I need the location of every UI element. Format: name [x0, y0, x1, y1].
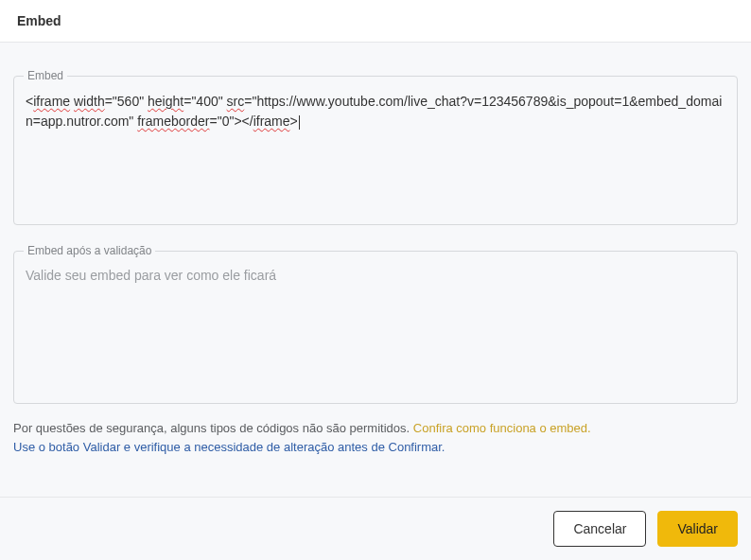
embed-input[interactable]: <iframe width="560" height="400" src="ht…: [14, 82, 737, 224]
notes-block: Por questões de segurança, alguns tipos …: [13, 419, 738, 456]
footer-actions: Cancelar Validar: [0, 497, 751, 560]
note-security-text: Por questões de segurança, alguns tipos …: [13, 421, 413, 435]
validate-hint-link[interactable]: Use o botão Validar e verifique a necess…: [13, 440, 445, 454]
main-content: Embed <iframe width="560" height="400" s…: [0, 43, 751, 465]
page-header: Embed: [0, 0, 751, 43]
cancel-button[interactable]: Cancelar: [553, 511, 646, 547]
validation-fieldset: Embed após a validação: [13, 244, 738, 404]
embed-fieldset: Embed <iframe width="560" height="400" s…: [13, 69, 738, 225]
validation-legend: Embed após a validação: [24, 244, 155, 257]
embed-info-link[interactable]: Confira como funciona o embed.: [413, 421, 591, 435]
validation-preview: [14, 257, 737, 399]
page-title: Embed: [17, 13, 734, 28]
embed-legend: Embed: [24, 69, 67, 82]
validate-button[interactable]: Validar: [657, 511, 738, 547]
